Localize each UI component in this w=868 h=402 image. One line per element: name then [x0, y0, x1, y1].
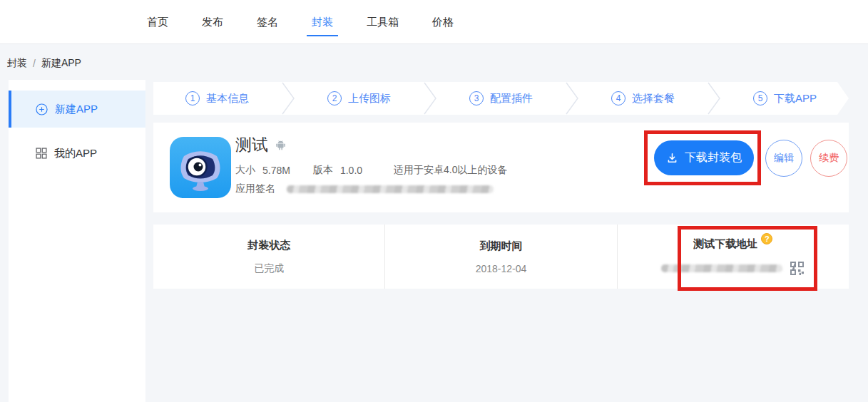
size-label: 大小: [235, 164, 255, 177]
edit-button[interactable]: 编辑: [765, 140, 802, 177]
status-card: 封装状态 已完成 到期时间 2018-12-04 测试下载地址 ?: [153, 225, 849, 289]
step-label: 下载APP: [774, 92, 817, 105]
nav-item-toolbox[interactable]: 工具箱: [367, 0, 399, 44]
sidebar-item-new-app[interactable]: 新建APP: [9, 91, 145, 128]
app-meta-row: 大小 5.78M 版本 1.0.0 适用于安卓4.0以上的设备: [235, 164, 508, 177]
qr-code-icon[interactable]: [790, 261, 805, 276]
status-col-expiry-date: 到期时间 2018-12-04: [384, 225, 616, 289]
step-number: 4: [611, 91, 626, 105]
status-header-row: 测试下载地址 ?: [693, 237, 772, 251]
step-label: 上传图标: [348, 92, 391, 105]
status-col-test-download-url: 测试下载地址 ?: [617, 225, 849, 289]
wizard-steps-bar: 1 基本信息 2 上传图标 3 配置插件 4 选择套餐 5 下载APP: [153, 82, 849, 115]
compatibility-text: 适用于安卓4.0以上的设备: [394, 164, 507, 177]
app-signature-row: 应用签名: [235, 182, 494, 195]
step-number: 1: [185, 91, 200, 105]
download-url-row: [661, 261, 805, 276]
breadcrumb-section[interactable]: 封装: [7, 57, 27, 70]
chevron-right-icon: [281, 82, 295, 115]
app-packaging-page: 首页 发布 签名 封装 工具箱 价格 封装 / 新建APP 新建APP 我的AP…: [0, 0, 868, 402]
sidebar: 新建APP 我的APP: [9, 80, 145, 402]
breadcrumb-separator: /: [33, 58, 36, 69]
app-name: 测试: [235, 134, 268, 156]
app-title-row: 测试: [235, 134, 287, 156]
step-configure-plugins: 3 配置插件: [437, 91, 565, 105]
download-package-button[interactable]: 下载封装包: [654, 140, 754, 175]
signature-redacted-value: [287, 185, 494, 193]
top-nav-bar: 首页 发布 签名 封装 工具箱 价格: [0, 0, 868, 44]
nav-item-sign[interactable]: 签名: [257, 0, 278, 44]
step-label: 配置插件: [490, 92, 533, 105]
status-col-package-status: 封装状态 已完成: [153, 225, 384, 289]
nav-item-home[interactable]: 首页: [147, 0, 168, 44]
status-header: 测试下载地址: [693, 237, 757, 251]
sidebar-item-label: 新建APP: [55, 103, 98, 116]
status-header: 到期时间: [479, 239, 522, 253]
step-number: 3: [469, 91, 484, 105]
step-upload-icon: 2 上传图标: [295, 91, 423, 105]
step-label: 基本信息: [206, 92, 249, 105]
status-header: 封装状态: [247, 239, 290, 252]
url-redacted-value: [661, 264, 782, 272]
signature-label: 应用签名: [235, 182, 275, 195]
version-label: 版本: [313, 164, 333, 177]
help-icon[interactable]: ?: [761, 233, 772, 244]
sidebar-item-label: 我的APP: [54, 147, 97, 160]
android-icon: [275, 139, 287, 151]
app-info-card: 测试 大小 5.78M 版本 1.0.0 适用于安卓4.0以上的设备 应用签名: [153, 123, 849, 212]
main-nav: 首页 发布 签名 封装 工具箱 价格: [147, 0, 454, 44]
step-number: 2: [327, 91, 342, 105]
status-value: 2018-12-04: [476, 263, 527, 274]
step-basic-info: 1 基本信息: [153, 91, 281, 105]
breadcrumb-current: 新建APP: [41, 57, 81, 70]
chevron-right-icon: [565, 82, 579, 115]
download-button-label: 下载封装包: [685, 150, 742, 165]
nav-item-package[interactable]: 封装: [312, 0, 333, 44]
breadcrumb: 封装 / 新建APP: [7, 57, 81, 70]
chevron-right-icon: [423, 82, 437, 115]
nav-item-price[interactable]: 价格: [432, 0, 454, 44]
size-value: 5.78M: [262, 165, 290, 176]
app-icon: [170, 137, 231, 198]
step-download-app: 5 下载APP: [721, 91, 849, 105]
step-choose-plan: 4 选择套餐: [579, 91, 707, 105]
chevron-right-icon: [707, 82, 721, 115]
sidebar-item-my-app[interactable]: 我的APP: [9, 135, 145, 172]
step-label: 选择套餐: [632, 92, 675, 105]
version-value: 1.0.0: [340, 165, 362, 176]
download-icon: [666, 152, 678, 164]
renew-button[interactable]: 续费: [810, 140, 847, 177]
status-value: 已完成: [254, 262, 284, 275]
step-number: 5: [753, 91, 767, 105]
plus-circle-icon: [36, 103, 48, 115]
grid-icon: [36, 148, 47, 159]
nav-item-publish[interactable]: 发布: [202, 0, 223, 44]
